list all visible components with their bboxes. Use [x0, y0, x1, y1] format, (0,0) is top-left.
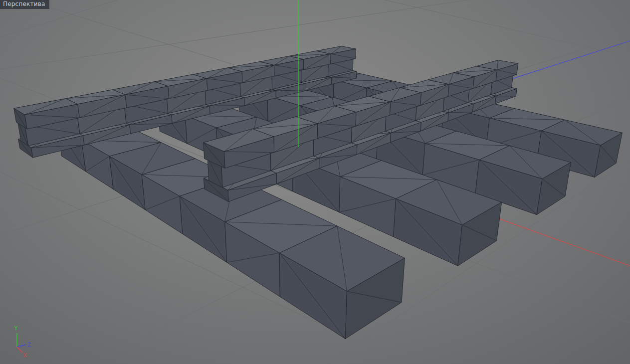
gizmo-x-axis: X [17, 347, 27, 358]
scene-canvas[interactable] [0, 0, 630, 364]
axis-orientation-gizmo[interactable]: Y Z X [7, 323, 43, 359]
gizmo-z-axis: Z [17, 342, 31, 348]
gizmo-y-axis: Y [14, 326, 18, 347]
rail-track-model[interactable] [14, 46, 623, 339]
gizmo-z-label: Z [27, 342, 31, 348]
gizmo-y-label: Y [14, 326, 18, 331]
gizmo-x-label: X [23, 353, 27, 358]
perspective-viewport[interactable]: Перспектива Y Z X [0, 0, 630, 364]
viewport-camera-label[interactable]: Перспектива [0, 0, 49, 9]
